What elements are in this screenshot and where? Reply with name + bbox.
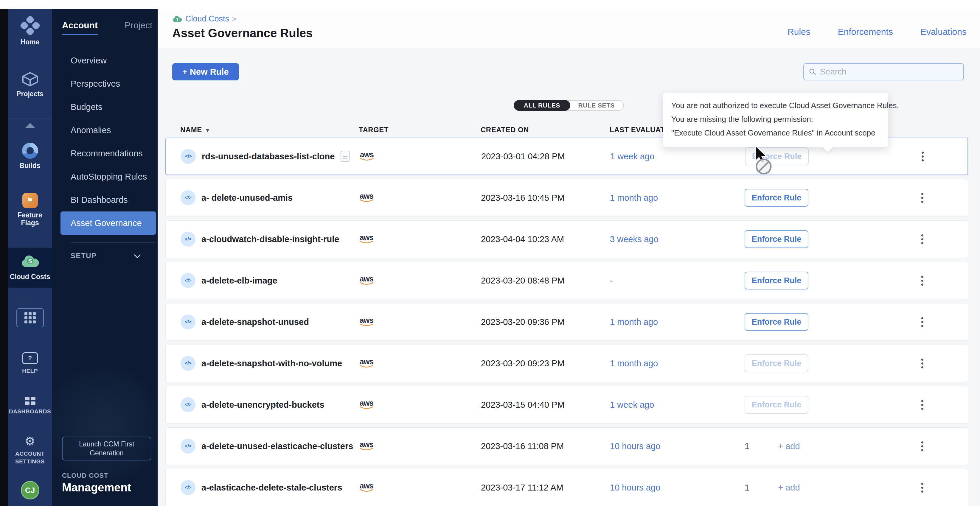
table-row[interactable]: </> a-elasticache-delete-stale-clusters … <box>165 469 968 506</box>
tooltip-line: "Execute Cloud Asset Governance Rules" i… <box>671 126 880 140</box>
module-menu-item-budgets[interactable]: Budgets <box>52 95 158 119</box>
help-chat-icon: ? <box>22 352 38 364</box>
rule-icon: </> <box>181 356 196 371</box>
link-enforcements[interactable]: Enforcements <box>838 27 893 48</box>
module-selector-button[interactable] <box>16 308 44 327</box>
product-eyebrow: CLOUD COST <box>62 472 158 479</box>
last-evaluation-link[interactable]: 1 week ago <box>610 152 654 161</box>
aws-target-icon: aws <box>359 317 374 327</box>
cloud-costs-breadcrumb-icon: $ <box>172 15 182 23</box>
last-evaluation-link[interactable]: 1 month ago <box>610 358 658 368</box>
module-sidebar: Account Project OverviewPerspectivesBudg… <box>52 9 158 506</box>
sidebar-collapse-control[interactable] <box>8 119 52 129</box>
row-menu-button[interactable] <box>916 235 928 244</box>
table-row[interactable]: </> a-cloudwatch-disable-insight-rule aw… <box>165 220 968 258</box>
enforce-rule-button[interactable]: Enforce Rule <box>745 189 808 207</box>
rules-view-toggle[interactable]: ALL RULES RULE SETS <box>514 100 624 111</box>
table-row[interactable]: </> a-delete-unencrypted-buckets aws 202… <box>165 386 968 424</box>
page-title: Asset Governance Rules <box>172 27 313 40</box>
table-row[interactable]: </> a-delete-elb-image aws 2023-03-20 08… <box>165 262 968 299</box>
table-row[interactable]: </> a-delete-snapshot-unused aws 2023-03… <box>165 303 968 341</box>
module-menu-item-overview[interactable]: Overview <box>52 49 158 72</box>
created-on: 2023-04-04 10:23 AM <box>481 235 610 244</box>
sidebar-item-projects[interactable]: Projects <box>8 70 52 100</box>
enforce-rule-button[interactable]: Enforce Rule <box>745 271 808 289</box>
sidebar-item-label: ACCOUNT SETTINGS <box>12 450 48 465</box>
sidebar-item-feature-flags[interactable]: ⚑ Feature Flags <box>8 191 52 228</box>
enforcement-count: 1 <box>745 441 749 451</box>
rule-name: a-delete-snapshot-unused <box>201 317 309 327</box>
module-menu-item-bi-dashboards[interactable]: BI Dashboards <box>52 188 158 211</box>
enforce-rule-button: Enforce Rule <box>745 148 809 165</box>
new-rule-button[interactable]: + New Rule <box>172 63 239 81</box>
row-menu-button[interactable] <box>916 276 928 286</box>
projects-cube-icon <box>22 71 38 87</box>
table-row[interactable]: </> a-delete-unused-elasticache-clusters… <box>165 427 968 465</box>
row-menu-button[interactable] <box>916 400 928 410</box>
created-on: 2023-03-01 04:28 PM <box>481 152 610 162</box>
aws-target-icon: aws <box>360 151 374 162</box>
sidebar-item-label: Builds <box>19 162 40 170</box>
tab-account[interactable]: Account <box>62 20 98 35</box>
row-menu-button[interactable] <box>916 193 928 203</box>
module-menu-item-asset-governance[interactable]: Asset Governance <box>60 211 156 235</box>
rule-name: a-delete-snapshot-with-no-volume <box>201 358 342 368</box>
row-menu-button[interactable] <box>916 358 928 368</box>
sidebar-item-account-settings[interactable]: ⚙ ACCOUNT SETTINGS <box>8 433 52 467</box>
created-on: 2023-03-20 09:23 PM <box>481 358 610 368</box>
modules-grid-icon <box>24 312 36 324</box>
gear-icon: ⚙ <box>25 435 35 447</box>
module-menu-item-recommendations[interactable]: Recommendations <box>52 142 158 165</box>
setup-section-toggle[interactable]: SETUP <box>52 243 158 260</box>
last-evaluation-link[interactable]: 10 hours ago <box>610 483 660 492</box>
row-menu-button[interactable] <box>916 483 928 493</box>
module-menu: OverviewPerspectivesBudgetsAnomaliesReco… <box>52 49 158 235</box>
search-box[interactable] <box>803 63 964 81</box>
module-menu-item-autostopping-rules[interactable]: AutoStopping Rules <box>52 165 158 188</box>
table-row[interactable]: </> a-delete-snapshot-with-no-volume aws… <box>165 344 968 382</box>
row-menu-button[interactable] <box>916 441 928 451</box>
enforce-rule-button: Enforce Rule <box>745 396 808 414</box>
link-rules[interactable]: Rules <box>788 27 810 48</box>
created-on: 2023-03-20 09:36 PM <box>481 317 610 327</box>
last-evaluation-link[interactable]: 1 month ago <box>610 317 658 327</box>
sidebar-item-builds[interactable]: Builds <box>8 141 52 171</box>
aws-target-icon: aws <box>359 193 374 203</box>
column-target: TARGET <box>359 126 480 134</box>
sidebar-item-dashboards[interactable]: DASHBOARDS <box>8 395 52 417</box>
toggle-all-rules[interactable]: ALL RULES <box>514 100 570 111</box>
row-menu-button[interactable] <box>916 152 929 162</box>
user-avatar[interactable]: CJ <box>21 481 39 500</box>
launch-ccm-first-gen-button[interactable]: Launch CCM First Generation <box>62 436 151 460</box>
search-input[interactable] <box>820 67 959 76</box>
column-name[interactable]: NAME▼ <box>180 126 359 134</box>
sidebar-item-help[interactable]: ? HELP <box>8 351 52 377</box>
copy-icon[interactable] <box>340 151 350 162</box>
row-menu-button[interactable] <box>916 317 928 327</box>
add-enforcement-button[interactable]: + add <box>778 441 800 451</box>
last-evaluation-link[interactable]: 10 hours ago <box>610 441 660 451</box>
toggle-rule-sets[interactable]: RULE SETS <box>570 101 623 110</box>
table-row[interactable]: </> a- delete-unused-amis aws 2023-03-16… <box>165 179 968 217</box>
sidebar-item-cloud-costs[interactable]: $ Cloud Costs <box>8 247 52 288</box>
breadcrumb: $ Cloud Costs > <box>172 14 313 24</box>
last-evaluation-link[interactable]: 1 week ago <box>610 400 654 409</box>
last-evaluation-link[interactable]: - <box>610 276 613 285</box>
global-sidebar: Home Projects Builds ⚑ Feature Flags <box>8 9 52 506</box>
tab-project[interactable]: Project <box>124 20 152 34</box>
enforce-rule-button[interactable]: Enforce Rule <box>745 230 808 248</box>
last-evaluation-link[interactable]: 1 month ago <box>610 193 658 203</box>
sidebar-item-home[interactable]: Home <box>8 17 52 48</box>
link-evaluations[interactable]: Evaluations <box>920 27 967 48</box>
svg-text:$: $ <box>177 17 178 21</box>
rule-icon: </> <box>181 149 196 164</box>
dashboards-grid-icon <box>25 397 35 405</box>
breadcrumb-link[interactable]: Cloud Costs <box>185 14 229 24</box>
last-evaluation-link[interactable]: 3 weeks ago <box>610 235 659 244</box>
module-menu-item-anomalies[interactable]: Anomalies <box>52 119 158 142</box>
add-enforcement-button[interactable]: + add <box>778 483 800 493</box>
module-menu-item-perspectives[interactable]: Perspectives <box>52 72 158 95</box>
main-content: $ Cloud Costs > Asset Governance Rules R… <box>158 9 980 506</box>
enforce-rule-button[interactable]: Enforce Rule <box>745 313 808 331</box>
enforce-rule-button: Enforce Rule <box>745 354 808 372</box>
